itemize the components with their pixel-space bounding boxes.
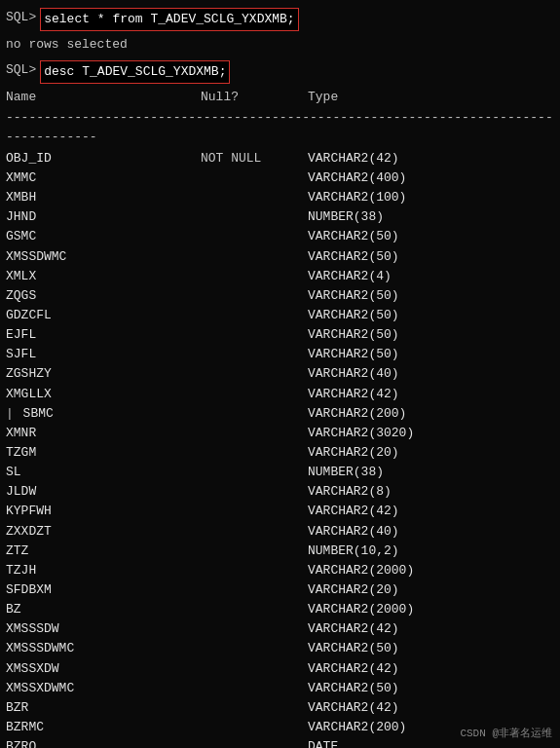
row-name: XMGLLX bbox=[6, 385, 201, 404]
table-row: ZGSHZY VARCHAR2(40) bbox=[6, 364, 554, 384]
table-row: XMBH VARCHAR2(100) bbox=[6, 188, 554, 207]
row-name: XMSSXDWMC bbox=[6, 679, 201, 698]
prompt-1: SQL> bbox=[6, 8, 36, 27]
row-name: XMSSSDW bbox=[6, 619, 201, 639]
table-row: EJFL VARCHAR2(50) bbox=[6, 325, 554, 345]
row-type: VARCHAR2(100) bbox=[308, 188, 554, 207]
row-null bbox=[201, 227, 308, 246]
row-name: XMMC bbox=[6, 168, 201, 188]
row-null bbox=[201, 482, 308, 502]
row-name: GDZCFL bbox=[6, 306, 201, 325]
row-null bbox=[201, 364, 308, 384]
row-type: VARCHAR2(400) bbox=[308, 168, 554, 188]
row-type: VARCHAR2(50) bbox=[308, 227, 554, 246]
row-type: VARCHAR2(8) bbox=[308, 482, 554, 502]
row-null bbox=[201, 188, 308, 207]
table-divider: ----------------------------------------… bbox=[6, 108, 554, 147]
sql-command-2: desc T_ADEV_SCLG_YXDXMB; bbox=[40, 60, 230, 84]
row-type: VARCHAR2(42) bbox=[308, 502, 554, 521]
row-type: VARCHAR2(50) bbox=[308, 286, 554, 306]
row-name: BZ bbox=[6, 600, 201, 619]
row-name: SL bbox=[6, 463, 201, 482]
row-name: XMNR bbox=[6, 424, 201, 443]
row-type: VARCHAR2(50) bbox=[308, 679, 554, 698]
row-null bbox=[201, 286, 308, 306]
row-null bbox=[201, 737, 308, 748]
sql-command-1: select * from T_ADEV_SCLG_YXDXMB; bbox=[40, 8, 298, 31]
row-type: VARCHAR2(42) bbox=[308, 619, 554, 639]
table-row: GDZCFL VARCHAR2(50) bbox=[6, 306, 554, 325]
row-name: XMSSSDWMC bbox=[6, 639, 201, 658]
row-name: TZJH bbox=[6, 561, 201, 580]
table-row: XMMC VARCHAR2(400) bbox=[6, 168, 554, 188]
row-name: SJFL bbox=[6, 345, 201, 364]
row-name: KYPFWH bbox=[6, 502, 201, 521]
row-null: NOT NULL bbox=[201, 149, 308, 168]
table-row: BZ VARCHAR2(2000) bbox=[6, 600, 554, 619]
row-type: VARCHAR2(50) bbox=[308, 639, 554, 658]
row-type: VARCHAR2(20) bbox=[308, 580, 554, 600]
header-null: Null? bbox=[201, 88, 308, 107]
row-name: OBJ_ID bbox=[6, 149, 201, 168]
row-type: VARCHAR2(42) bbox=[308, 149, 554, 168]
row-null bbox=[201, 600, 308, 619]
table-row: XMSSXDWMC VARCHAR2(50) bbox=[6, 679, 554, 698]
row-name: EJFL bbox=[6, 325, 201, 345]
row-name: SFDBXM bbox=[6, 580, 201, 600]
table-row: XMSSDWMC VARCHAR2(50) bbox=[6, 247, 554, 267]
row-null bbox=[201, 561, 308, 580]
row-null bbox=[201, 424, 308, 443]
row-null bbox=[201, 247, 308, 267]
row-type: NUMBER(10,2) bbox=[308, 542, 554, 561]
row-type: VARCHAR2(20) bbox=[308, 443, 554, 463]
pipe-indicator: | bbox=[6, 406, 21, 421]
table-row: TZJH VARCHAR2(2000) bbox=[6, 561, 554, 580]
table-row: BZR VARCHAR2(42) bbox=[6, 698, 554, 718]
sql-line-1: SQL> select * from T_ADEV_SCLG_YXDXMB; bbox=[6, 8, 554, 31]
row-type: VARCHAR2(42) bbox=[308, 698, 554, 718]
row-null bbox=[201, 580, 308, 600]
row-null bbox=[201, 207, 308, 227]
row-null bbox=[201, 639, 308, 658]
row-null bbox=[201, 463, 308, 482]
row-name: BZR bbox=[6, 698, 201, 718]
no-rows-message: no rows selected bbox=[6, 35, 554, 55]
table-row: XMSSSDWMC VARCHAR2(50) bbox=[6, 639, 554, 658]
table-row: | SBMC VARCHAR2(200) bbox=[6, 404, 554, 424]
row-null bbox=[201, 345, 308, 364]
row-null bbox=[201, 542, 308, 561]
row-null bbox=[201, 698, 308, 718]
row-null bbox=[201, 522, 308, 542]
table-row: SFDBXM VARCHAR2(20) bbox=[6, 580, 554, 600]
watermark: CSDN @非著名运维 bbox=[460, 726, 552, 740]
row-type: NUMBER(38) bbox=[308, 463, 554, 482]
row-type: VARCHAR2(50) bbox=[308, 345, 554, 364]
table-row: JLDW VARCHAR2(8) bbox=[6, 482, 554, 502]
row-type: VARCHAR2(200) bbox=[308, 404, 554, 424]
row-type: VARCHAR2(42) bbox=[308, 659, 554, 679]
row-name: | SBMC bbox=[6, 404, 201, 424]
row-null bbox=[201, 168, 308, 188]
header-name: Name bbox=[6, 88, 201, 107]
table-row: XMGLLX VARCHAR2(42) bbox=[6, 385, 554, 404]
table-row: SJFL VARCHAR2(50) bbox=[6, 345, 554, 364]
row-null bbox=[201, 718, 308, 737]
row-type: VARCHAR2(3020) bbox=[308, 424, 554, 443]
row-name: GSMC bbox=[6, 227, 201, 246]
table-row: ZQGS VARCHAR2(50) bbox=[6, 286, 554, 306]
row-type: NUMBER(38) bbox=[308, 207, 554, 227]
row-name: ZQGS bbox=[6, 286, 201, 306]
table-row: XMSSSDW VARCHAR2(42) bbox=[6, 619, 554, 639]
sql-line-2: SQL> desc T_ADEV_SCLG_YXDXMB; bbox=[6, 60, 554, 84]
table-row: XMLX VARCHAR2(4) bbox=[6, 267, 554, 286]
prompt-2: SQL> bbox=[6, 60, 36, 80]
row-null bbox=[201, 306, 308, 325]
row-name: XMLX bbox=[6, 267, 201, 286]
table-row: JHND NUMBER(38) bbox=[6, 207, 554, 227]
row-null bbox=[201, 404, 308, 424]
table-row: OBJ_ID NOT NULL VARCHAR2(42) bbox=[6, 149, 554, 168]
table-body: OBJ_ID NOT NULL VARCHAR2(42) XMMC VARCHA… bbox=[6, 149, 554, 748]
row-type: VARCHAR2(4) bbox=[308, 267, 554, 286]
row-type: VARCHAR2(2000) bbox=[308, 561, 554, 580]
table-row: KYPFWH VARCHAR2(42) bbox=[6, 502, 554, 521]
